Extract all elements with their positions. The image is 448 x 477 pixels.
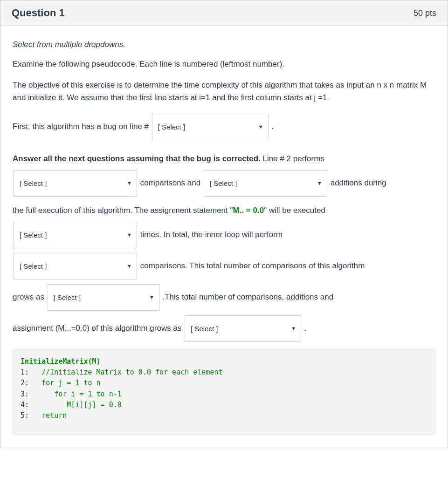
select-line2-additions[interactable]: [ Select ] ▼ [204,170,327,197]
select-inner-comparisons[interactable]: [ Select ] ▼ [14,253,137,279]
question-title: Question 1 [12,7,65,19]
text-fragment: Line # 2 performs [261,154,324,163]
code-inline: M.. = 0.0 [233,206,264,215]
select-assignment-times[interactable]: [ Select ] ▼ [14,222,137,248]
code-comment: //Initialize Matrix to 0.0 for each elem… [41,368,222,376]
question-card: Question 1 50 pts Select from multiple d… [0,0,448,448]
chevron-down-icon: ▼ [291,322,296,335]
text-fragment: First, this algorithm has a bug on line … [13,122,149,131]
code-statement: for i = 1 to n-1 [54,390,122,398]
text-fragment: the full execution of this algorithm. Th… [13,206,233,215]
code-statement: M[i][j] = 0.0 [67,401,121,409]
paragraph-intro: Examine the following pseudocode. Each l… [13,58,435,70]
sentence-answer-all: Answer all the next questions assuming t… [13,149,435,198]
select-label: [ Select ] [191,320,218,338]
question-points: 50 pts [414,8,436,18]
code-line-number: 1: [21,368,29,376]
chevron-down-icon: ▼ [127,228,132,242]
select-label: [ Select ] [210,174,237,192]
chevron-down-icon: ▼ [149,291,154,304]
code-line-number: 5: [21,411,29,420]
paragraph-objective: The objective of this exercise is to det… [13,79,435,104]
pseudocode-block: InitializeMatrix(M) 1: //Initialize Matr… [13,349,435,435]
sentence-grows-as: grows as [ Select ] ▼ .This total number… [13,283,435,312]
chevron-down-icon: ▼ [127,177,132,190]
text-fragment: . [304,324,307,333]
sentence-inner-comparisons: [ Select ] ▼ comparisons. This total num… [13,252,435,280]
sentence-bug-line: First, this algorithm has a bug on line … [13,113,435,141]
text-fragment: times. In total, the inner loop will per… [140,230,283,239]
code-line-number: 3: [21,390,29,398]
question-body: Select from multiple dropdowns. Examine … [0,26,448,448]
text-fragment: .This total number of comparisons, addit… [163,293,334,301]
text-fragment: comparisons and [140,178,200,187]
text-fragment: additions during [331,178,386,187]
code-statement: return [41,411,67,420]
select-label: [ Select ] [20,257,47,275]
text-fragment: assignment (M...=0.0) of this algorithm … [13,324,181,333]
chevron-down-icon: ▼ [258,120,263,134]
select-label: [ Select ] [158,118,185,136]
select-line2-comparisons[interactable]: [ Select ] ▼ [14,170,137,197]
sentence-assignment-executed: the full execution of this algorithm. Th… [13,200,435,249]
select-label: [ Select ] [20,226,47,244]
question-header: Question 1 50 pts [0,0,448,26]
instruction-text: Select from multiple dropdowns. [13,40,435,49]
sentence-total-growth: assignment (M...=0.0) of this algorithm … [13,314,435,343]
text-fragment: . [271,122,274,131]
text-fragment: grows as [13,293,44,301]
code-line-number: 4: [21,401,29,409]
text-fragment: comparisons. This total number of compar… [140,261,365,270]
code-line-number: 2: [21,379,29,387]
select-bug-line[interactable]: [ Select ] ▼ [152,114,269,140]
select-label: [ Select ] [20,174,47,192]
code-statement: for j = 1 to n [41,379,100,387]
code-function-name: InitializeMatrix(M) [21,357,101,366]
select-comparisons-growth[interactable]: [ Select ] ▼ [48,284,159,311]
select-total-growth[interactable]: [ Select ] ▼ [185,315,301,342]
text-fragment: " will be executed [264,206,325,215]
chevron-down-icon: ▼ [127,259,132,273]
bold-assumption: Answer all the next questions assuming t… [13,154,261,163]
select-label: [ Select ] [54,288,81,307]
chevron-down-icon: ▼ [317,177,322,190]
